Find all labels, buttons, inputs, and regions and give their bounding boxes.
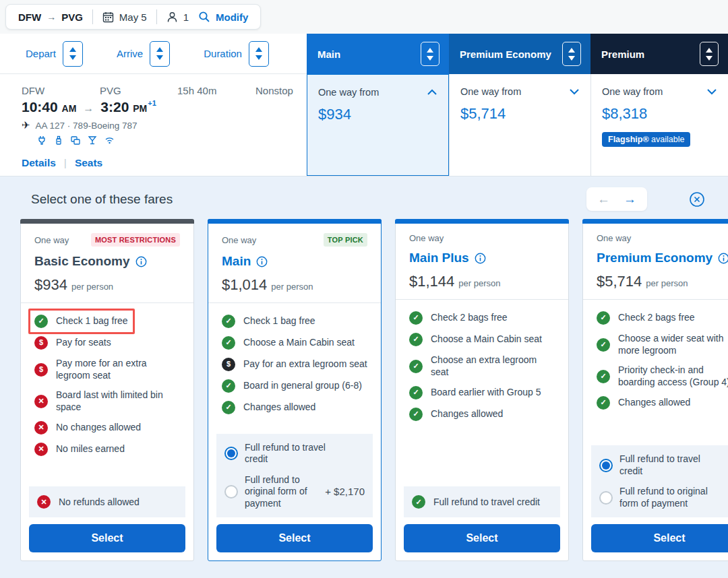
- feature-item: ✓Board earlier with Group 5: [409, 386, 555, 399]
- select-basic-economy-button[interactable]: Select: [29, 524, 185, 552]
- tab-premium-label: Premium: [601, 49, 644, 60]
- sort-down-icon: [706, 56, 712, 61]
- usb-icon: [54, 135, 63, 145]
- sort-up-icon: [427, 48, 433, 53]
- check-icon: ✓: [222, 336, 235, 350]
- depart-time: 10:40 AM: [22, 99, 76, 115]
- check-icon: ✓: [409, 333, 423, 346]
- fare-card-main-plus: One way Main Plus $1,144 per person ✓Che…: [395, 219, 569, 561]
- tab-main-spinner[interactable]: [421, 42, 439, 66]
- sort-arrive-spinner[interactable]: [150, 41, 170, 67]
- entertainment-icon: [71, 135, 80, 145]
- feature-item: ✓Choose a Main Cabin seat: [222, 336, 367, 350]
- check-icon: ✓: [412, 495, 425, 509]
- feature-item: ✕Board last with limited bin space: [34, 389, 180, 413]
- feature-item: ✓Changes allowed: [222, 401, 367, 414]
- feature-list: ✓Check 1 bag free ✓Choose a Main Cabin s…: [208, 303, 381, 422]
- sort-depart-label: Depart: [26, 48, 56, 59]
- fare-name: Premium Economy: [597, 251, 712, 265]
- fare-price-suffix: per person: [271, 282, 313, 292]
- sort-depart-spinner[interactable]: [63, 41, 83, 67]
- details-link[interactable]: Details: [22, 157, 56, 169]
- feature-item: ✓Changes allowed: [409, 408, 555, 421]
- fare-cards: One way MOST RESTRICTIONS Basic Economy …: [0, 219, 728, 561]
- sort-down-icon: [156, 55, 163, 60]
- refund-options: Full refund to travel credit Full refund…: [591, 445, 728, 517]
- chevron-up-icon[interactable]: [427, 88, 437, 96]
- tab-main[interactable]: Main: [307, 34, 449, 74]
- flight-origin: DFW: [22, 85, 100, 96]
- passenger-count: 1: [183, 11, 189, 23]
- sort-up-icon: [568, 48, 575, 53]
- fare-cell-main[interactable]: One way from $934: [307, 74, 449, 176]
- feature-item: ✓Check 2 bags free: [409, 311, 555, 325]
- fare-price: $1,014: [222, 276, 267, 294]
- feature-item: ✓Priority check-in and boarding access (…: [597, 364, 728, 388]
- refund-option-travel-credit[interactable]: Full refund to travel credit: [224, 442, 365, 465]
- radio-selected-icon[interactable]: [224, 447, 238, 460]
- fare-cell-premium-price: $8,318: [602, 105, 717, 123]
- fare-cell-premium[interactable]: One way from $8,318 Flagship® available: [590, 74, 728, 176]
- fare-price-suffix: per person: [458, 278, 500, 288]
- sort-columns: Depart Arrive Duration: [0, 34, 307, 74]
- select-main-button[interactable]: Select: [216, 524, 373, 552]
- select-premium-economy-button[interactable]: Select: [591, 524, 728, 552]
- tab-premium[interactable]: Premium: [590, 34, 728, 74]
- carrier-text: AA 127 · 789-Boeing 787: [36, 121, 138, 131]
- refund-option-original-payment[interactable]: Full refund to original form of payment: [599, 486, 728, 509]
- x-icon: ✕: [34, 421, 48, 435]
- modify-search[interactable]: Modify: [198, 11, 248, 23]
- info-icon[interactable]: [475, 253, 486, 264]
- flight-duration: 15h 40m: [177, 85, 255, 96]
- trip-type-label: One way: [34, 235, 69, 245]
- feature-list: ✓Check 2 bags free ✓Choose a wider seat …: [583, 300, 728, 418]
- sort-down-icon: [69, 55, 76, 60]
- check-icon: ✓: [409, 311, 423, 325]
- feature-item: ✓Check 1 bag free: [34, 315, 180, 328]
- sort-duration-spinner[interactable]: [249, 41, 269, 67]
- feature-item: ✓Check 1 bag free: [222, 315, 367, 328]
- modify-link[interactable]: Modify: [216, 11, 248, 23]
- feature-item: ✕No changes allowed: [34, 421, 180, 435]
- select-main-plus-button[interactable]: Select: [404, 524, 560, 552]
- trip-destination: PVG: [61, 11, 83, 23]
- flight-info: DFW PVG 15h 40m Nonstop 10:40 AM → 3:20 …: [0, 74, 307, 176]
- info-icon[interactable]: [718, 253, 728, 264]
- refund-option-original-payment[interactable]: Full refund to original form of payment …: [224, 474, 365, 510]
- pager-prev-icon[interactable]: ←: [597, 193, 610, 205]
- sort-up-icon: [156, 47, 163, 52]
- sort-depart: Depart: [26, 41, 83, 67]
- tab-premium-economy[interactable]: Premium Economy: [449, 34, 590, 74]
- radio-unselected-icon[interactable]: [224, 485, 238, 499]
- seats-link[interactable]: Seats: [75, 157, 102, 169]
- refund-status: ✓ Full refund to travel credit: [404, 486, 560, 517]
- passenger-icon: [166, 11, 178, 23]
- info-icon[interactable]: [256, 256, 268, 267]
- meal-icon: [88, 135, 97, 145]
- fare-cell-premium-economy[interactable]: One way from $5,714: [449, 74, 590, 176]
- radio-selected-icon[interactable]: [599, 459, 613, 472]
- trip-type-label: One way: [409, 233, 444, 243]
- info-icon[interactable]: [135, 256, 147, 267]
- sort-duration-label: Duration: [204, 48, 242, 59]
- close-icon[interactable]: [689, 191, 705, 207]
- divider: [92, 9, 93, 24]
- fare-price: $5,714: [597, 273, 642, 290]
- top-pick-badge: TOP PICK: [324, 233, 367, 247]
- pager-next-icon[interactable]: →: [624, 193, 636, 205]
- sort-up-icon: [706, 48, 712, 53]
- refund-option-travel-credit[interactable]: Full refund to travel credit: [599, 453, 728, 477]
- tab-premium-spinner[interactable]: [700, 42, 719, 66]
- feature-item: ✕No miles earned: [34, 443, 180, 456]
- check-icon: ✓: [409, 386, 423, 399]
- sort-arrive: Arrive: [117, 41, 170, 67]
- chevron-down-icon[interactable]: [706, 88, 717, 96]
- fare-card-premium-economy: One way Premium Economy $5,714 per perso…: [582, 219, 728, 561]
- tab-premium-economy-spinner[interactable]: [562, 42, 581, 66]
- chevron-down-icon[interactable]: [569, 88, 580, 96]
- radio-unselected-icon[interactable]: [599, 491, 613, 505]
- search-icon: [198, 11, 210, 23]
- sort-up-icon: [69, 47, 76, 52]
- fare-name: Main: [222, 254, 251, 269]
- fare-cell-premium-economy-price: $5,714: [460, 105, 580, 123]
